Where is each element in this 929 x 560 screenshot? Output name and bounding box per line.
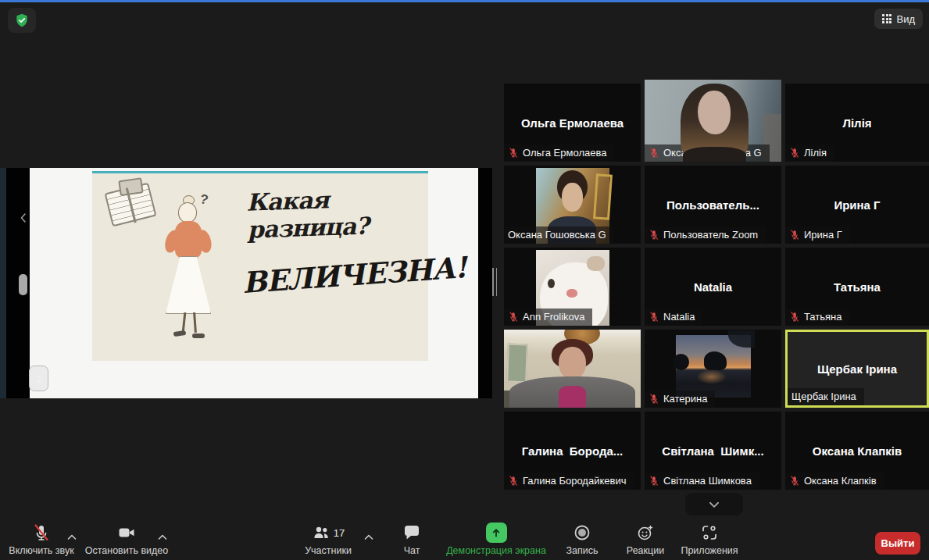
participant-name-text: Ольга Ермолаева (523, 147, 606, 159)
next-slide-button[interactable] (29, 366, 48, 391)
participant-name-text: Татьяна (804, 311, 841, 323)
share-screen-icon (486, 523, 507, 543)
toolbar-item-share[interactable]: Демонстрация экрана (440, 523, 552, 558)
participant-name-label: Лілія (785, 144, 834, 162)
presentation-page: ? Какая разница? ВЕЛИЧЕЗНА! (30, 168, 478, 398)
muted-mic-icon (789, 147, 800, 159)
participant-tile[interactable]: Natalia Natalia (645, 248, 781, 326)
shared-screen-letterbox: ? Какая разница? ВЕЛИЧЕЗНА! (6, 168, 492, 398)
mic-muted-icon (32, 523, 51, 543)
participant-tile[interactable]: Галина Борода... Галина Бородайкевич (504, 412, 641, 490)
participant-name-text: Катерина (663, 393, 707, 405)
muted-mic-icon (789, 229, 800, 241)
participant-name-text: Галина Бородайкевич (523, 475, 626, 487)
woman-illustration: ? (159, 195, 222, 351)
shared-screen-edge-strip (0, 168, 6, 398)
security-shield-button[interactable] (8, 8, 36, 33)
presentation-slide: ? Какая разница? ВЕЛИЧЕЗНА! (92, 173, 428, 361)
participant-name-label: Катерина (645, 391, 715, 408)
participant-tile[interactable]: Ольга Ермолаева Ольга Ермолаева (504, 84, 641, 162)
participant-tile[interactable]: Татьяна Татьяна (785, 248, 929, 326)
participant-name-text: Щербак Ірина (791, 391, 856, 402)
muted-mic-icon (649, 475, 659, 487)
participant-tile[interactable]: Лілія Лілія (785, 84, 929, 162)
toolbar-item-record[interactable]: Запись (556, 523, 608, 558)
participant-tile[interactable]: Оксана Гошовська G (645, 80, 781, 162)
participant-display-name: Ольга Ермолаева (504, 116, 641, 130)
participant-tile[interactable]: Світлана Шимк... Світлана Шимкова (645, 412, 781, 490)
participants-icon: 17 (312, 523, 345, 543)
participant-name-label: Оксана Гошовська G (504, 226, 614, 244)
share-screen-icon (486, 523, 507, 543)
shield-check-icon (14, 12, 30, 28)
chevron-up-icon[interactable] (363, 531, 375, 544)
leave-meeting-button[interactable]: Выйти (875, 532, 920, 555)
chevron-up-icon[interactable] (156, 531, 169, 544)
participant-display-name: Лілія (785, 116, 929, 130)
muted-mic-icon (789, 311, 800, 323)
participant-display-name: Галина Борода... (504, 444, 641, 458)
toolbar-item-label: Участники (305, 545, 352, 556)
previous-slide-chevron-icon[interactable] (17, 212, 31, 227)
muted-mic-icon (508, 475, 519, 487)
toolbar-item-apps[interactable]: Приложения (673, 523, 746, 558)
chat-icon (402, 523, 421, 543)
toolbar-item-label: Остановить видео (85, 545, 169, 556)
participants-count: 17 (334, 527, 345, 539)
participant-display-name: Світлана Шимк... (645, 444, 781, 458)
chevron-down-icon (707, 498, 721, 512)
participant-tile[interactable]: Ирина Г Ирина Г (785, 166, 929, 244)
participant-tile[interactable]: Пользователь... Пользователь Zoom (645, 166, 781, 244)
participant-display-name: Оксана Клапків (785, 444, 929, 458)
participant-name-label: Пользователь Zoom (645, 226, 766, 244)
toolbar-item-label: Реакции (627, 545, 664, 556)
muted-mic-icon (649, 229, 659, 241)
chevron-right-icon (34, 373, 45, 384)
gallery-grid-icon (882, 14, 891, 23)
shared-screen-area: ? Какая разница? ВЕЛИЧЕЗНА! (0, 168, 504, 398)
panel-resize-handle[interactable] (491, 268, 498, 296)
participant-name-text: Natalia (663, 311, 695, 323)
participant-tile[interactable]: Оксана Гошовська G (504, 166, 641, 244)
participant-gallery: Ольга Ермолаева Ольга Ермолаева Оксана Г… (504, 80, 929, 490)
camera-icon (117, 523, 136, 543)
participant-tile[interactable]: Ann Frolikova (504, 248, 641, 326)
participant-name-text: Оксана Гошовська G (508, 229, 606, 241)
participant-display-name: Пользователь... (645, 198, 781, 212)
participant-tile[interactable]: Щербак Ірина Щербак Ірина (785, 330, 929, 408)
participant-name-label: Галина Бородайкевич (504, 473, 634, 490)
participant-name-text: Пользователь Zoom (663, 229, 758, 241)
view-button[interactable]: Вид (874, 9, 923, 29)
stage-scrollbar-thumb[interactable] (19, 274, 27, 295)
slide-heading: Какая разница? (246, 183, 420, 244)
participant-tile[interactable]: Татьяна Штангей (504, 330, 641, 408)
toolbar-item-label: Включить звук (9, 545, 73, 556)
chevron-up-icon[interactable] (66, 531, 78, 544)
participant-name-text: Ирина Г (804, 229, 842, 241)
toolbar-item-label: Запись (566, 545, 598, 556)
question-mark-doodle: ? (198, 191, 209, 209)
slide-answer-text: ВЕЛИЧЕЗНА! (241, 253, 423, 300)
participant-video (504, 330, 641, 408)
meeting-top-bar: Вид (0, 2, 929, 35)
participant-display-name: Ирина Г (785, 198, 929, 212)
toolbar-item-label: Приложения (681, 545, 738, 556)
toolbar-item-reactions[interactable]: Реакции (616, 523, 675, 558)
muted-mic-icon (649, 311, 659, 323)
participant-tile[interactable]: Катерина (645, 330, 781, 408)
participant-tile[interactable]: Оксана Клапків Оксана Клапків (785, 412, 929, 490)
toolbar-item-chat[interactable]: Чат (389, 523, 434, 558)
participant-name-label: Світлана Шимкова (645, 473, 759, 490)
toolbar-item-label: Демонстрация экрана (446, 545, 546, 556)
zoom-meeting-window: Вид ? Какая разница? ВЕЛИЧЕЗНА! (0, 0, 929, 560)
participant-name-label: Оксана Клапків (785, 473, 884, 490)
record-icon (573, 523, 591, 543)
reactions-icon (636, 523, 655, 543)
participant-name-text: Оксана Клапків (804, 475, 877, 487)
muted-mic-icon (508, 147, 519, 159)
gallery-scroll-down-button[interactable] (685, 493, 743, 515)
toolbar-item-participants[interactable]: 17Участники (294, 523, 363, 558)
participant-name-label: Ann Frolikova (504, 309, 592, 326)
apps-icon (700, 523, 719, 543)
view-button-label: Вид (896, 13, 915, 25)
